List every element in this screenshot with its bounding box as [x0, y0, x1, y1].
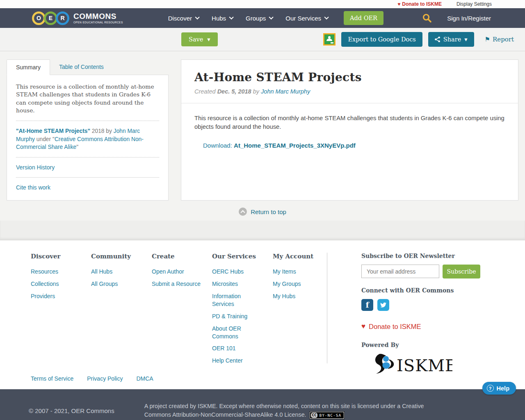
author-link[interactable]: John Marc Murphy — [261, 88, 310, 95]
sidebar-tabs: Summary Table of Contents — [7, 59, 169, 75]
cc-badge-label: BY-NC-SA — [319, 413, 341, 418]
cite-this-work-link[interactable]: Cite this work — [16, 184, 50, 191]
tab-summary[interactable]: Summary — [7, 59, 50, 75]
footer-heading: My Account — [273, 253, 319, 260]
content-area: Summary Table of Contents This resource … — [0, 51, 525, 201]
return-to-top-link[interactable]: Return to top — [251, 208, 286, 215]
footer-link-open-author[interactable]: Open Author — [152, 268, 205, 276]
tab-table-of-contents[interactable]: Table of Contents — [50, 59, 113, 75]
heart-icon: ♥ — [361, 322, 365, 331]
footer: Discover Resources Collections Providers… — [0, 240, 525, 389]
footer-link-help-center[interactable]: Help Center — [212, 357, 260, 365]
privacy-policy-link[interactable]: Privacy Policy — [87, 375, 123, 382]
nav-item-discover[interactable]: Discover — [168, 15, 198, 22]
chevron-down-icon — [195, 15, 200, 19]
footer-link-about-oer-commons[interactable]: About OER Commons — [212, 325, 260, 340]
citation-close: " — [76, 144, 78, 150]
dmca-link[interactable]: DMCA — [136, 375, 153, 382]
donate-label: Donate to ISKME — [402, 1, 442, 7]
download-line: Download: At_Home_STEAM_Projects_3XNyEVp… — [203, 142, 505, 149]
summary-text: This resource is a collection of monthly… — [16, 83, 159, 114]
footer-link-all-groups[interactable]: All Groups — [91, 280, 139, 288]
save-button[interactable]: Save▾ — [181, 32, 218, 46]
footer-link-providers[interactable]: Providers — [31, 292, 79, 300]
footer-heading: Create — [152, 253, 208, 260]
chevron-down-icon — [229, 15, 234, 19]
footer-link-all-hubs[interactable]: All Hubs — [91, 268, 139, 276]
donate-to-iskme-link[interactable]: ♥Donate to ISKME — [397, 1, 442, 7]
terms-of-service-link[interactable]: Terms of Service — [31, 375, 73, 382]
nav-label: Our Services — [285, 15, 321, 22]
donate-footer-label: Donate to ISKME — [369, 323, 421, 331]
report-link[interactable]: ⚑Report — [485, 36, 514, 43]
footer-link-pd-training[interactable]: PD & Training — [212, 313, 260, 320]
chevron-down-icon — [269, 15, 274, 19]
resource-toolbar: Save▾ Export to Google Docs Share▾ ⚑Repo… — [0, 28, 525, 51]
footer-link-my-groups[interactable]: My Groups — [273, 280, 319, 288]
page: ♥Donate to ISKME Display Settings O E R … — [0, 0, 525, 420]
citation-under: under " — [35, 136, 55, 142]
google-classroom-button[interactable] — [323, 33, 336, 46]
bottom-bar: © 2007 - 2021, OER Commons A project cre… — [0, 389, 525, 420]
toolbar-right-group: Export to Google Docs Share▾ ⚑Report — [323, 32, 514, 47]
footer-link-submit-resource[interactable]: Submit a Resource — [152, 280, 205, 288]
search-button[interactable] — [422, 13, 432, 23]
divider — [16, 121, 159, 121]
footer-link-my-hubs[interactable]: My Hubs — [273, 292, 319, 300]
nav-menu: Discover Hubs Groups Our Services — [168, 15, 327, 22]
twitter-icon[interactable] — [377, 299, 389, 311]
social-icons-row: f — [361, 299, 497, 311]
facebook-icon[interactable]: f — [361, 299, 373, 311]
newsletter-form: Subscribe — [361, 265, 497, 278]
arrow-up-icon[interactable] — [239, 208, 247, 216]
footer-link-my-items[interactable]: My Items — [273, 268, 319, 276]
footer-link-oerc-hubs[interactable]: OERC Hubs — [212, 268, 260, 276]
divider — [16, 177, 159, 178]
citation-block: "At-Home STEAM Projects" 2018 by John Ma… — [16, 127, 159, 151]
footer-columns: Discover Resources Collections Providers… — [31, 253, 323, 369]
resource-panel: At-Home STEAM Projects Created Dec. 5, 2… — [181, 59, 518, 201]
chevron-down-icon — [324, 15, 329, 19]
help-button[interactable]: ? Help — [482, 382, 516, 395]
logo-subtitle: OPEN EDUCATIONAL RESOURCES — [73, 21, 123, 24]
caret-down-icon: ▾ — [207, 36, 210, 43]
subscribe-button[interactable]: Subscribe — [443, 265, 480, 278]
footer-link-information-services[interactable]: Information Services — [212, 292, 260, 308]
citation-year: 2018 by — [90, 128, 114, 134]
utility-bar: ♥Donate to ISKME Display Settings — [0, 0, 525, 8]
footer-link-resources[interactable]: Resources — [31, 268, 79, 276]
footer-heading: Community — [91, 253, 148, 260]
citation-title-link[interactable]: "At-Home STEAM Projects" — [16, 128, 90, 134]
donate-to-iskme-footer-link[interactable]: ♥Donate to ISKME — [361, 322, 497, 331]
heart-icon: ♥ — [397, 1, 400, 7]
nav-item-our-services[interactable]: Our Services — [285, 15, 327, 22]
footer-col-our-services: Our Services OERC Hubs Microsites Inform… — [212, 253, 273, 369]
search-icon — [422, 13, 432, 23]
oer-commons-logo[interactable]: O E R COMMONS OPEN EDUCATIONAL RESOURCES — [32, 11, 123, 25]
share-icon — [435, 37, 440, 42]
footer-col-my-account: My Account My Items My Groups My Hubs — [273, 253, 323, 369]
footer-heading: Our Services — [212, 253, 269, 260]
export-google-docs-button[interactable]: Export to Google Docs — [341, 32, 422, 47]
sign-in-register-link[interactable]: Sign In/Register — [447, 15, 491, 22]
nav-item-groups[interactable]: Groups — [246, 15, 272, 22]
powered-by-heading: Powered By — [361, 342, 497, 348]
copyright-text: © 2007 - 2021, OER Commons — [29, 407, 114, 414]
sidebar: Summary Table of Contents This resource … — [7, 59, 169, 201]
summary-panel: This resource is a collection of monthly… — [7, 75, 169, 201]
footer-link-oer-101[interactable]: OER 101 — [212, 345, 260, 352]
nav-item-hubs[interactable]: Hubs — [212, 15, 232, 22]
download-file-link[interactable]: At_Home_STEAM_Projects_3XNyEVp.pdf — [234, 142, 356, 149]
resource-body: This resource is a collection of monthly… — [181, 103, 518, 173]
version-history-link[interactable]: Version History — [16, 164, 55, 171]
add-oer-button[interactable]: Add OER — [344, 11, 383, 25]
share-button[interactable]: Share▾ — [428, 32, 474, 47]
footer-link-microsites[interactable]: Microsites — [212, 280, 260, 288]
email-input[interactable] — [361, 265, 439, 278]
footer-link-collections[interactable]: Collections — [31, 280, 79, 288]
iskme-logo[interactable]: ISKME — [370, 351, 497, 380]
nav-label: Hubs — [212, 15, 226, 22]
cc-by-nc-sa-badge[interactable]: CCBY-NC-SA — [310, 412, 345, 419]
display-settings-link[interactable]: Display Settings — [457, 1, 492, 7]
footer-right-section: Subscribe to OER Newsletter Subscribe Co… — [361, 253, 497, 380]
